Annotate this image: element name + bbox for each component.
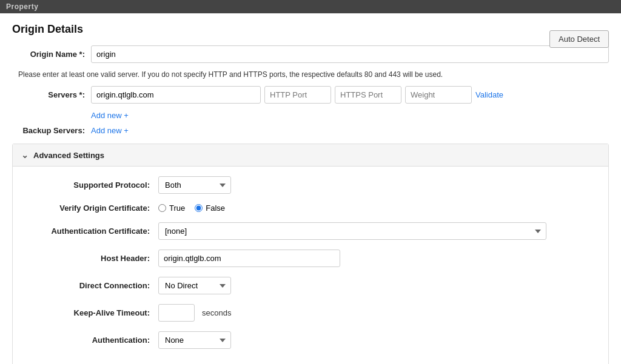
add-new-servers-row: Add new + [91, 111, 609, 120]
host-header-control [158, 250, 340, 267]
add-new-servers-link[interactable]: Add new + [91, 111, 129, 120]
keepalive-row: Keep-Alive Timeout: seconds [25, 304, 596, 322]
verify-true-radio[interactable] [158, 204, 166, 212]
direct-connection-control: No Direct Direct Both [158, 277, 231, 294]
advanced-settings-body: Supported Protocol: Both HTTP Only HTTPS… [13, 167, 608, 364]
host-header-row: Host Header: [25, 250, 596, 267]
origin-name-input[interactable] [91, 45, 609, 63]
origin-name-row: Origin Name *: [12, 45, 609, 63]
host-header-label: Host Header: [25, 254, 158, 263]
servers-label: Servers *: [12, 90, 91, 99]
advanced-settings-header[interactable]: ⌄ Advanced Settings [13, 144, 608, 167]
keepalive-label: Keep-Alive Timeout: [25, 308, 158, 317]
chevron-down-icon: ⌄ [21, 150, 29, 160]
authentication-label: Authentication: [25, 336, 158, 345]
direct-connection-select[interactable]: No Direct Direct Both [158, 277, 231, 294]
direct-connection-label: Direct Connection: [25, 281, 158, 290]
verify-false-radio[interactable] [195, 204, 203, 212]
authentication-control: None [158, 331, 231, 349]
weight-input[interactable] [405, 86, 472, 104]
verify-origin-control: True False [158, 204, 225, 213]
auth-cert-label: Authentication Certificate: [25, 227, 158, 236]
supported-protocol-select[interactable]: Both HTTP Only HTTPS Only [158, 176, 231, 194]
servers-inputs: Validate [91, 86, 503, 104]
verify-true-option[interactable]: True [158, 204, 185, 213]
content-area: Origin Details Auto Detect Origin Name *… [0, 13, 621, 364]
https-port-input[interactable] [335, 86, 401, 104]
auto-detect-button[interactable]: Auto Detect [549, 30, 609, 48]
validate-link[interactable]: Validate [475, 90, 503, 99]
page-title: Origin Details [12, 23, 609, 36]
supported-protocol-row: Supported Protocol: Both HTTP Only HTTPS… [25, 176, 596, 194]
info-text: Please enter at least one valid server. … [12, 70, 609, 79]
keepalive-control: seconds [158, 304, 231, 322]
advanced-settings-title: Advanced Settings [33, 151, 104, 160]
authentication-select[interactable]: None [158, 331, 231, 349]
supported-protocol-control: Both HTTP Only HTTPS Only [158, 176, 231, 194]
servers-row: Servers *: Validate [12, 86, 609, 104]
auth-cert-control: [none] [158, 222, 546, 240]
origin-name-label: Origin Name *: [12, 50, 91, 59]
top-bar-label: Property [6, 2, 38, 11]
backup-servers-label: Backup Servers: [12, 126, 91, 135]
verify-origin-row: Verify Origin Certificate: True False [25, 204, 596, 213]
verify-false-label: False [206, 204, 225, 213]
auth-cert-select[interactable]: [none] [158, 222, 546, 240]
auth-cert-row: Authentication Certificate: [none] [25, 222, 596, 240]
backup-servers-row: Backup Servers: Add new + [12, 126, 609, 135]
keepalive-input[interactable] [158, 304, 195, 322]
advanced-settings-section: ⌄ Advanced Settings Supported Protocol: … [12, 144, 609, 364]
verify-origin-label: Verify Origin Certificate: [25, 204, 158, 213]
http-port-input[interactable] [264, 86, 331, 104]
seconds-label: seconds [202, 308, 231, 317]
host-header-input[interactable] [158, 250, 340, 267]
top-bar: Property [0, 0, 621, 13]
supported-protocol-label: Supported Protocol: [25, 180, 158, 190]
direct-connection-row: Direct Connection: No Direct Direct Both [25, 277, 596, 294]
verify-true-label: True [169, 204, 185, 213]
server-input[interactable] [91, 86, 261, 104]
authentication-row: Authentication: None [25, 331, 596, 349]
verify-false-option[interactable]: False [195, 204, 225, 213]
backup-add-new-link[interactable]: Add new + [91, 126, 129, 135]
